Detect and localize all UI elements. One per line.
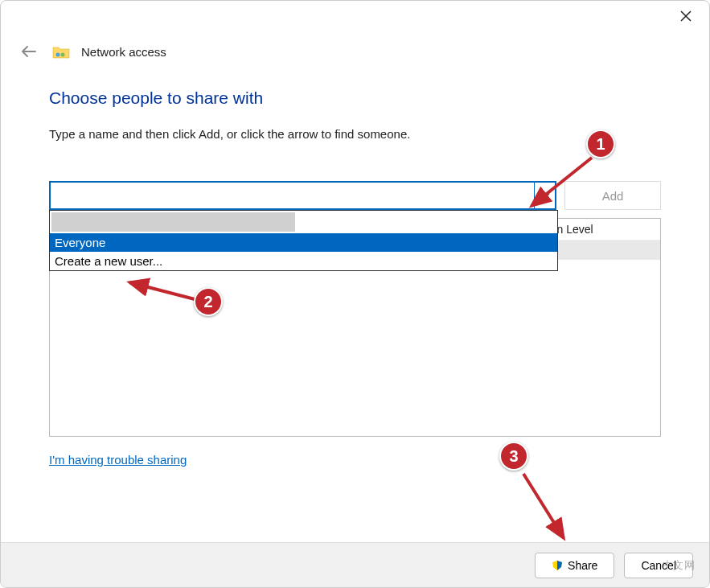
name-combo: Everyone Create a new user...: [49, 181, 556, 210]
close-button[interactable]: [674, 9, 698, 26]
annotation-arrow-3: [515, 467, 580, 548]
svg-line-4: [523, 474, 564, 538]
annotation-badge-3: 3: [499, 442, 528, 471]
back-button[interactable]: [17, 39, 41, 64]
input-row: Everyone Create a new user... Add: [49, 181, 661, 210]
titlebar: [1, 1, 709, 33]
annotation-badge-2: 2: [194, 287, 223, 316]
add-button[interactable]: Add: [564, 181, 661, 210]
watermark: 中文网: [663, 558, 696, 573]
svg-point-1: [61, 52, 65, 56]
header-row: Network access: [1, 33, 709, 80]
annotation-badge-1: 1: [586, 130, 615, 158]
folder-share-icon: [52, 45, 70, 60]
footer: Share Cancel: [1, 542, 709, 587]
page-heading: Choose people to share with: [49, 88, 661, 108]
dropdown-list: Everyone Create a new user...: [49, 210, 558, 271]
shield-icon: [552, 560, 563, 571]
name-input[interactable]: [49, 181, 556, 210]
trouble-sharing-link[interactable]: I'm having trouble sharing: [49, 453, 187, 467]
chevron-down-icon: [542, 193, 550, 198]
window-title: Network access: [81, 45, 166, 59]
dropdown-item-create-user[interactable]: Create a new user...: [50, 252, 557, 270]
share-button-label: Share: [568, 559, 597, 572]
dropdown-item-everyone[interactable]: Everyone: [50, 233, 557, 252]
dropdown-arrow-button[interactable]: [534, 181, 556, 210]
dropdown-item-redacted[interactable]: [51, 212, 295, 232]
svg-point-0: [56, 52, 60, 56]
instruction-text: Type a name and then click Add, or click…: [49, 127, 661, 141]
share-button[interactable]: Share: [535, 553, 614, 578]
